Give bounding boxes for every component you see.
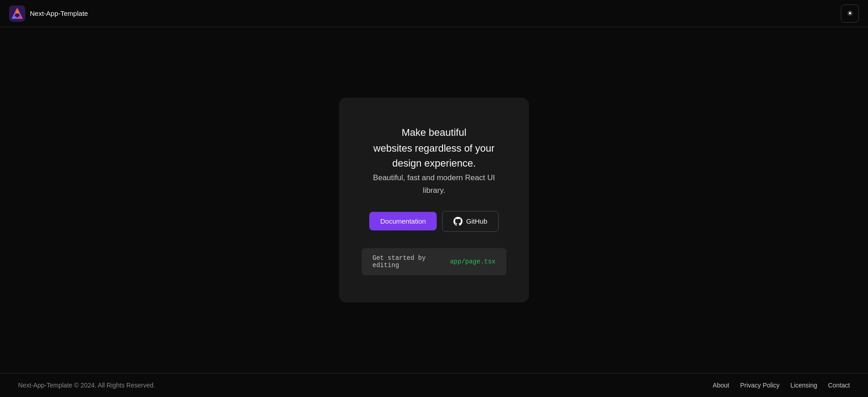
github-button-label: GitHub — [466, 217, 487, 225]
app-title: Next-App-Template — [30, 10, 88, 17]
app-logo — [9, 5, 25, 22]
get-started-text: Get started by editing — [372, 254, 446, 269]
file-path: app/page.tsx — [450, 258, 496, 265]
hero-buttons: Documentation GitHub — [369, 211, 499, 232]
footer-copyright: Next-App-Template © 2024. All Rights Res… — [18, 382, 155, 389]
footer-link-about[interactable]: About — [713, 382, 730, 389]
theme-toggle-button[interactable]: ☀ — [841, 5, 859, 23]
documentation-button[interactable]: Documentation — [369, 212, 437, 230]
footer-nav: About Privacy Policy Licensing Contact — [713, 382, 850, 389]
sun-icon: ☀ — [847, 9, 853, 18]
footer-link-privacy-policy[interactable]: Privacy Policy — [740, 382, 779, 389]
hero-heading-line1: Make beautiful — [362, 125, 506, 140]
svg-rect-4 — [18, 16, 21, 18]
svg-rect-3 — [14, 16, 16, 18]
hero-card: Make beautiful websites regardless of yo… — [339, 98, 529, 302]
github-icon — [453, 217, 463, 226]
footer-link-licensing[interactable]: Licensing — [791, 382, 817, 389]
footer-link-contact[interactable]: Contact — [828, 382, 850, 389]
github-button[interactable]: GitHub — [442, 211, 499, 232]
get-started-bar: Get started by editing app/page.tsx — [362, 248, 506, 275]
hero-text: Make beautiful websites regardless of yo… — [362, 125, 506, 196]
hero-subtext: Beautiful, fast and modern React UI libr… — [362, 172, 506, 196]
header-left: Next-App-Template — [9, 5, 88, 22]
main-content: Make beautiful websites regardless of yo… — [0, 27, 868, 373]
svg-point-2 — [15, 10, 19, 14]
header: Next-App-Template ☀ — [0, 0, 868, 27]
footer: Next-App-Template © 2024. All Rights Res… — [0, 373, 868, 397]
hero-heading-line2: websites regardless of your design exper… — [362, 141, 506, 171]
